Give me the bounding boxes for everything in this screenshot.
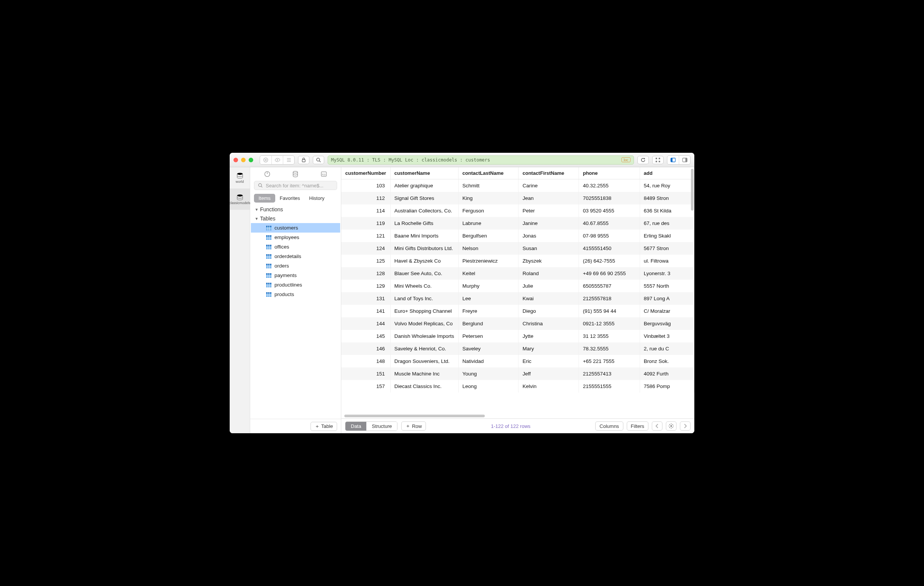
- cell-phone[interactable]: (91) 555 94 44: [579, 305, 640, 317]
- cell-customerName[interactable]: Danish Wholesale Imports: [390, 330, 458, 343]
- cell-customerNumber[interactable]: 141: [341, 305, 390, 317]
- cell-address[interactable]: 897 Long A: [640, 292, 694, 305]
- table-row[interactable]: 141Euro+ Shopping ChannelFreyreDiego(91)…: [341, 305, 694, 317]
- cell-customerName[interactable]: Signal Gift Stores: [390, 192, 458, 204]
- cell-address[interactable]: 5557 North: [640, 280, 694, 292]
- cell-contactFirstName[interactable]: Jeff: [518, 367, 579, 380]
- table-row[interactable]: 124Mini Gifts Distributors Ltd.NelsonSus…: [341, 242, 694, 255]
- cell-address[interactable]: 54, rue Roy: [640, 179, 694, 192]
- cell-contactFirstName[interactable]: Diego: [518, 305, 579, 317]
- cell-customerNumber[interactable]: 144: [341, 317, 390, 330]
- cell-phone[interactable]: 31 12 3555: [579, 330, 640, 343]
- left-panel-toggle-icon[interactable]: [667, 156, 679, 164]
- cell-customerName[interactable]: La Rochelle Gifts: [390, 217, 458, 230]
- cell-address[interactable]: ul. Filtrowa: [640, 255, 694, 267]
- cell-phone[interactable]: 0921-12 3555: [579, 317, 640, 330]
- cell-contactLastName[interactable]: Berglund: [459, 317, 518, 330]
- cell-phone[interactable]: 7025551838: [579, 192, 640, 204]
- database-icon[interactable]: [291, 170, 300, 178]
- table-row[interactable]: 119La Rochelle GiftsLabruneJanine40.67.8…: [341, 217, 694, 230]
- cell-address[interactable]: 5677 Stron: [640, 242, 694, 255]
- table-row[interactable]: 114Australian Collectors, Co.FergusonPet…: [341, 204, 694, 217]
- cell-contactLastName[interactable]: Schmitt: [459, 179, 518, 192]
- cell-customerNumber[interactable]: 151: [341, 367, 390, 380]
- cell-address[interactable]: 67, rue des: [640, 217, 694, 230]
- sidebar-item-productlines[interactable]: productlines: [251, 280, 340, 290]
- cell-phone[interactable]: 78.32.5555: [579, 343, 640, 355]
- cell-customerName[interactable]: Saveley & Henriot, Co.: [390, 343, 458, 355]
- table-row[interactable]: 112Signal Gift StoresKingJean70255518388…: [341, 192, 694, 204]
- cell-customerName[interactable]: Dragon Souveniers, Ltd.: [390, 355, 458, 367]
- cell-contactFirstName[interactable]: Carine: [518, 179, 579, 192]
- cell-customerNumber[interactable]: 119: [341, 217, 390, 230]
- table-row[interactable]: 148Dragon Souveniers, Ltd.NatividadEric+…: [341, 355, 694, 367]
- column-header-contactFirstName[interactable]: contactFirstName: [518, 167, 579, 179]
- cell-contactLastName[interactable]: Leong: [459, 380, 518, 392]
- gear-icon[interactable]: [666, 421, 676, 430]
- cell-contactFirstName[interactable]: Jytte: [518, 330, 579, 343]
- cell-customerName[interactable]: Atelier graphique: [390, 179, 458, 192]
- column-header-contactLastName[interactable]: contactLastName: [459, 167, 518, 179]
- cell-contactFirstName[interactable]: Janine: [518, 217, 579, 230]
- cell-contactFirstName[interactable]: Jean: [518, 192, 579, 204]
- cell-customerName[interactable]: Euro+ Shopping Channel: [390, 305, 458, 317]
- cell-contactLastName[interactable]: Murphy: [459, 280, 518, 292]
- table-row[interactable]: 157Diecast Classics Inc.LeongKelvin21555…: [341, 380, 694, 392]
- tree-section-functions[interactable]: ▼ Functions: [251, 205, 340, 214]
- sidebar-item-orders[interactable]: orders: [251, 261, 340, 271]
- right-panel-toggle-icon[interactable]: [679, 156, 690, 164]
- cell-contactLastName[interactable]: Lee: [459, 292, 518, 305]
- cell-customerNumber[interactable]: 129: [341, 280, 390, 292]
- columns-button[interactable]: Columns: [595, 421, 623, 430]
- cell-customerNumber[interactable]: 124: [341, 242, 390, 255]
- cell-contactLastName[interactable]: Petersen: [459, 330, 518, 343]
- table-row[interactable]: 128Blauer See Auto, Co.KeitelRoland+49 6…: [341, 267, 694, 280]
- cell-customerNumber[interactable]: 114: [341, 204, 390, 217]
- cell-customerNumber[interactable]: 121: [341, 230, 390, 242]
- sidebar-item-customers[interactable]: customers: [251, 223, 340, 233]
- cell-phone[interactable]: 2155551555: [579, 380, 640, 392]
- sidebar-item-offices[interactable]: offices: [251, 242, 340, 252]
- segment-items[interactable]: Items: [254, 194, 275, 202]
- cell-customerNumber[interactable]: 146: [341, 343, 390, 355]
- cell-contactLastName[interactable]: Labrune: [459, 217, 518, 230]
- grid-icon[interactable]: [652, 156, 663, 164]
- table-row[interactable]: 131Land of Toys Inc.LeeKwai2125557818897…: [341, 292, 694, 305]
- search-input[interactable]: [266, 183, 334, 189]
- cell-address[interactable]: Bronz Sok.: [640, 355, 694, 367]
- cell-contactLastName[interactable]: Bergulfsen: [459, 230, 518, 242]
- sidebar-item-employees[interactable]: employees: [251, 233, 340, 242]
- view-mode-data[interactable]: Data: [345, 422, 366, 430]
- sidebar-item-payments[interactable]: payments: [251, 271, 340, 280]
- cell-phone[interactable]: 07-98 9555: [579, 230, 640, 242]
- cell-phone[interactable]: 40.67.8555: [579, 217, 640, 230]
- column-header-phone[interactable]: phone: [579, 167, 640, 179]
- cancel-icon[interactable]: [260, 156, 271, 164]
- power-icon[interactable]: [263, 170, 271, 178]
- cell-address[interactable]: 7586 Pomp: [640, 380, 694, 392]
- cell-customerNumber[interactable]: 103: [341, 179, 390, 192]
- table-row[interactable]: 129Mini Wheels Co.MurphyJulie65055557875…: [341, 280, 694, 292]
- cell-customerNumber[interactable]: 131: [341, 292, 390, 305]
- cell-phone[interactable]: 2125557413: [579, 367, 640, 380]
- table-row[interactable]: 144Volvo Model Replicas, CoBerglundChris…: [341, 317, 694, 330]
- cell-contactFirstName[interactable]: Roland: [518, 267, 579, 280]
- table-row[interactable]: 146Saveley & Henriot, Co.SaveleyMary78.3…: [341, 343, 694, 355]
- segment-history[interactable]: History: [304, 194, 329, 202]
- cell-customerNumber[interactable]: 112: [341, 192, 390, 204]
- table-row[interactable]: 121Baane Mini ImportsBergulfsenJonas07-9…: [341, 230, 694, 242]
- cell-customerNumber[interactable]: 125: [341, 255, 390, 267]
- eye-icon[interactable]: [271, 156, 283, 164]
- cell-address[interactable]: 8489 Stron: [640, 192, 694, 204]
- filters-button[interactable]: Filters: [627, 421, 648, 430]
- column-header-add[interactable]: add: [640, 167, 694, 179]
- breadcrumb[interactable]: MySQL 8.0.11 : TLS : MySQL Loc : classic…: [328, 156, 634, 165]
- cell-contactLastName[interactable]: Piestrzeniewicz: [459, 255, 518, 267]
- cell-address[interactable]: 4092 Furth: [640, 367, 694, 380]
- cell-customerName[interactable]: Diecast Classics Inc.: [390, 380, 458, 392]
- cell-contactLastName[interactable]: Nelson: [459, 242, 518, 255]
- add-table-button[interactable]: ＋ Table: [310, 422, 337, 431]
- cell-customerName[interactable]: Baane Mini Imports: [390, 230, 458, 242]
- cell-customerNumber[interactable]: 157: [341, 380, 390, 392]
- sidebar-item-products[interactable]: products: [251, 290, 340, 299]
